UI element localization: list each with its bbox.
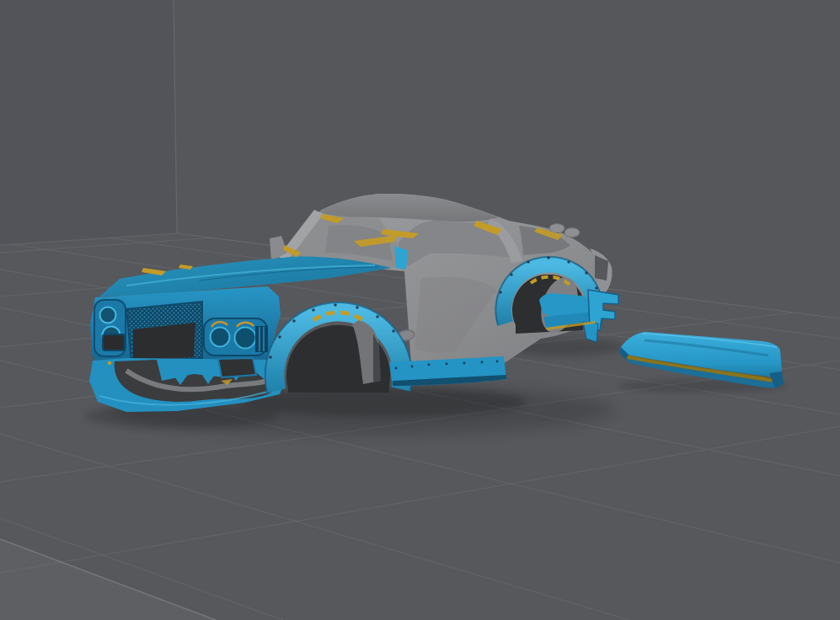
rivet-dot: [411, 366, 414, 368]
viewport-canvas[interactable]: [0, 0, 840, 620]
rivet-dot: [463, 362, 466, 365]
headlight-outer-left-top: [100, 307, 116, 323]
rivet-dot: [585, 271, 587, 274]
rivet-dot: [595, 286, 597, 289]
headlight-inner-right-left: [211, 328, 230, 347]
rivet-dot: [278, 335, 281, 339]
rivet-dot: [567, 260, 570, 263]
gold-dot-bumper: [108, 361, 111, 365]
rivet-dot: [395, 367, 398, 370]
rivet-dot: [499, 291, 501, 293]
deck-bump-right: [564, 228, 580, 238]
3d-viewport[interactable]: [0, 0, 840, 620]
headlight-inner-right-right: [235, 328, 256, 349]
rivet-dot: [392, 329, 395, 333]
rivet-dot: [547, 256, 549, 259]
left-wall: [0, 0, 177, 245]
rivet-dot: [481, 361, 484, 364]
rivet-dot: [446, 363, 448, 366]
bumper-slat-vent: [255, 326, 268, 352]
rivet-dot: [356, 306, 359, 309]
rivet-dot: [292, 319, 296, 323]
rivet-dot: [496, 361, 499, 363]
rivet-dot: [527, 260, 529, 263]
rivet-dot: [269, 355, 272, 359]
rivet-dot: [428, 364, 431, 366]
rivet-dot: [510, 273, 512, 275]
rivet-dot: [376, 315, 379, 318]
deck-bump-left: [549, 224, 564, 233]
rivet-dot: [334, 303, 337, 307]
rivet-dot: [312, 308, 315, 312]
bumper-scoop-right: [218, 358, 256, 377]
bumper-side-vent: [103, 334, 125, 350]
